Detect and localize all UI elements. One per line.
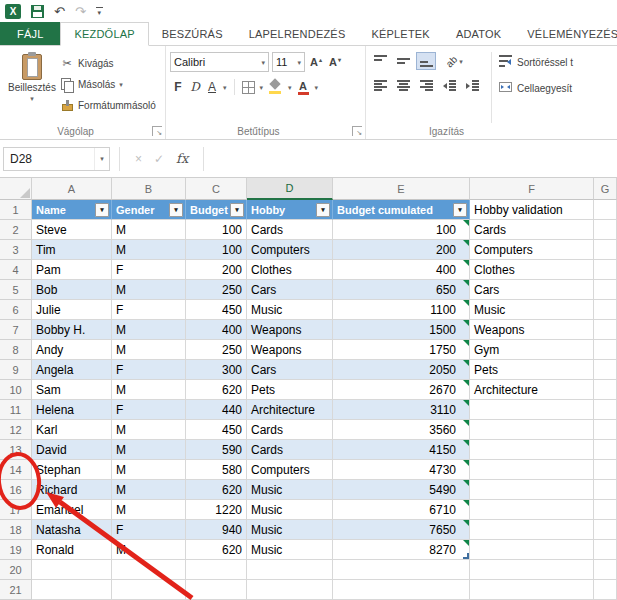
- cell-name[interactable]: Stephan: [32, 460, 112, 480]
- excel-logo-icon[interactable]: X: [5, 4, 21, 19]
- cell-name[interactable]: Tim: [32, 240, 112, 260]
- cell-budget-cumulated[interactable]: 4150: [333, 440, 470, 460]
- clipboard-dialog-launcher-icon[interactable]: ↘: [152, 126, 162, 136]
- cell-hobby[interactable]: Cards: [247, 420, 333, 440]
- cell-budget-cumulated[interactable]: 650: [333, 280, 470, 300]
- cell-hobby[interactable]: Clothes: [247, 260, 333, 280]
- cell-budget-cumulated[interactable]: 7650: [333, 520, 470, 540]
- wrap-text-button[interactable]: Sortöréssel t: [498, 53, 573, 71]
- cell-hobby-validation[interactable]: Pets: [470, 360, 594, 380]
- cell-budget-cumulated[interactable]: 2050: [333, 360, 470, 380]
- cell-hobby-validation[interactable]: Gym: [470, 340, 594, 360]
- cell-gender[interactable]: F: [112, 300, 186, 320]
- paste-button[interactable]: Beillesztés ▾: [4, 50, 60, 123]
- cell-empty[interactable]: [186, 560, 247, 580]
- cell-empty[interactable]: [594, 260, 617, 280]
- table-header-gender[interactable]: Gender▾: [112, 200, 186, 220]
- row-header-10[interactable]: 10: [0, 380, 32, 400]
- orientation-button[interactable]: ab▾: [446, 56, 463, 67]
- align-bottom-button[interactable]: [416, 52, 436, 70]
- table-resize-handle-icon[interactable]: [463, 553, 469, 559]
- cell-budget-cumulated[interactable]: 2670: [333, 380, 470, 400]
- cell-empty[interactable]: [594, 360, 617, 380]
- cell-hobby[interactable]: Cars: [247, 360, 333, 380]
- cell-budget-cumulated[interactable]: 5490: [333, 480, 470, 500]
- align-top-button[interactable]: [370, 52, 390, 70]
- table-header-cum[interactable]: Budget cumulated▾: [333, 200, 470, 220]
- cell-hobby-validation[interactable]: [470, 540, 594, 560]
- font-size-select[interactable]: 11 ▾: [272, 52, 305, 72]
- cell-gender[interactable]: M: [112, 280, 186, 300]
- column-header-F[interactable]: F: [470, 178, 594, 200]
- cell-hobby-validation[interactable]: Clothes: [470, 260, 594, 280]
- cell-name[interactable]: Richard: [32, 480, 112, 500]
- cell-budget-cumulated[interactable]: 3560: [333, 420, 470, 440]
- cell-empty[interactable]: [594, 480, 617, 500]
- cell-budget[interactable]: 940: [186, 520, 247, 540]
- cell-empty[interactable]: [594, 240, 617, 260]
- cell-name[interactable]: Angela: [32, 360, 112, 380]
- cell-hobby-validation[interactable]: Weapons: [470, 320, 594, 340]
- borders-button[interactable]: [242, 81, 255, 94]
- cell-hobby-validation[interactable]: [470, 460, 594, 480]
- cell-hobby[interactable]: Music: [247, 480, 333, 500]
- cell-hobby[interactable]: Music: [247, 500, 333, 520]
- cell-hobby-validation[interactable]: [470, 400, 594, 420]
- cell-budget[interactable]: 620: [186, 540, 247, 560]
- cell-empty[interactable]: [333, 580, 470, 600]
- cell-hobby[interactable]: Cars: [247, 280, 333, 300]
- table-header-budget[interactable]: Budget▾: [186, 200, 247, 220]
- row-header-21[interactable]: 21: [0, 580, 32, 600]
- extra-column-header[interactable]: Hobby validation: [470, 200, 594, 220]
- cell-empty[interactable]: [186, 580, 247, 600]
- font-color-dropdown-icon[interactable]: ▾: [315, 84, 319, 91]
- cell-gender[interactable]: M: [112, 340, 186, 360]
- row-header-16[interactable]: 16: [0, 480, 32, 500]
- cell-hobby[interactable]: Music: [247, 520, 333, 540]
- cell-hobby-validation[interactable]: [470, 520, 594, 540]
- row-header-7[interactable]: 7: [0, 320, 32, 340]
- cancel-button[interactable]: ×: [135, 152, 142, 166]
- cell-name[interactable]: Andy: [32, 340, 112, 360]
- column-header-D[interactable]: D: [247, 178, 333, 200]
- cell-empty[interactable]: [594, 560, 617, 580]
- italic-button[interactable]: D: [189, 80, 201, 94]
- cell-empty[interactable]: [112, 560, 186, 580]
- cell-budget-cumulated[interactable]: 3110: [333, 400, 470, 420]
- row-header-3[interactable]: 3: [0, 240, 32, 260]
- cell-budget[interactable]: 250: [186, 340, 247, 360]
- cut-button[interactable]: ✂ Kivágás: [60, 55, 156, 72]
- column-header-A[interactable]: A: [32, 178, 112, 200]
- cell-empty[interactable]: [470, 580, 594, 600]
- paste-dropdown-icon[interactable]: ▾: [30, 95, 34, 102]
- cell-empty[interactable]: [594, 520, 617, 540]
- cell-gender[interactable]: M: [112, 540, 186, 560]
- cell-name[interactable]: Bob: [32, 280, 112, 300]
- cell-name[interactable]: Natasha: [32, 520, 112, 540]
- table-header-hobby[interactable]: Hobby▾: [247, 200, 333, 220]
- select-all-corner[interactable]: [0, 178, 32, 200]
- cell-gender[interactable]: F: [112, 520, 186, 540]
- cell-gender[interactable]: M: [112, 420, 186, 440]
- cell-gender[interactable]: M: [112, 440, 186, 460]
- save-icon[interactable]: [31, 5, 44, 18]
- tab-formulas[interactable]: KÉPLETEK: [358, 22, 442, 45]
- row-header-14[interactable]: 14: [0, 460, 32, 480]
- copy-button[interactable]: Másolás ▾: [60, 76, 156, 93]
- formula-input[interactable]: [221, 147, 617, 171]
- cell-empty[interactable]: [32, 560, 112, 580]
- cell-name[interactable]: Julie: [32, 300, 112, 320]
- cell-hobby-validation[interactable]: [470, 420, 594, 440]
- cell-empty[interactable]: [247, 580, 333, 600]
- cell-gender[interactable]: F: [112, 260, 186, 280]
- cell-hobby-validation[interactable]: [470, 480, 594, 500]
- cell-budget[interactable]: 100: [186, 220, 247, 240]
- row-header-11[interactable]: 11: [0, 400, 32, 420]
- redo-icon[interactable]: ↷: [75, 5, 86, 18]
- borders-dropdown-icon[interactable]: ▾: [260, 84, 264, 91]
- cell-budget-cumulated[interactable]: 8270: [333, 540, 470, 560]
- row-header-19[interactable]: 19: [0, 540, 32, 560]
- cell-gender[interactable]: M: [112, 460, 186, 480]
- row-header-8[interactable]: 8: [0, 340, 32, 360]
- filter-dropdown-icon[interactable]: ▾: [169, 203, 183, 217]
